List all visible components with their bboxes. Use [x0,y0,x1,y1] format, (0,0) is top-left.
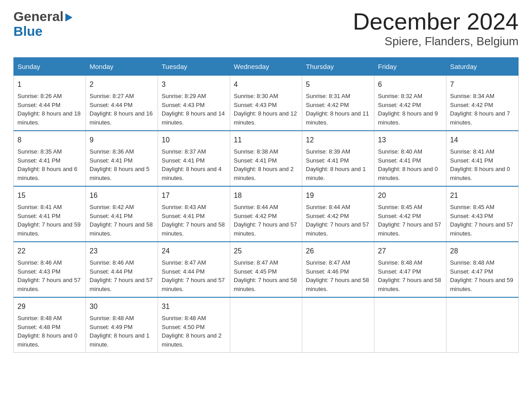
sunrise-text: Sunrise: 8:41 AM [17,204,62,210]
daylight-text: Daylight: 8 hours and 0 minutes. [378,166,438,181]
sunrise-text: Sunrise: 8:39 AM [306,148,350,155]
logo-blue: Blue [13,24,43,39]
sunset-text: Sunset: 4:48 PM [17,324,60,330]
table-row: 15Sunrise: 8:41 AMSunset: 4:41 PMDayligh… [14,186,86,242]
sunrise-text: Sunrise: 8:46 AM [17,259,62,266]
table-row [374,297,446,353]
sunset-text: Sunset: 4:43 PM [162,102,205,108]
table-row: 23Sunrise: 8:46 AMSunset: 4:44 PMDayligh… [86,242,158,297]
sunrise-text: Sunrise: 8:48 AM [378,259,422,266]
day-number: 3 [162,79,226,90]
sunrise-text: Sunrise: 8:46 AM [90,259,134,266]
day-number: 5 [306,79,370,90]
daylight-text: Daylight: 8 hours and 2 minutes. [162,332,222,348]
daylight-text: Daylight: 8 hours and 6 minutes. [17,166,77,181]
table-row: 27Sunrise: 8:48 AMSunset: 4:47 PMDayligh… [374,242,446,297]
table-row: 31Sunrise: 8:48 AMSunset: 4:50 PMDayligh… [158,297,230,353]
table-row: 6Sunrise: 8:32 AMSunset: 4:42 PMDaylight… [374,75,446,131]
sunset-text: Sunset: 4:41 PM [17,213,60,219]
sunset-text: Sunset: 4:42 PM [378,102,421,108]
daylight-text: Daylight: 7 hours and 57 minutes. [17,277,81,292]
sunrise-text: Sunrise: 8:31 AM [306,93,350,99]
sunrise-text: Sunrise: 8:40 AM [378,148,422,155]
sunset-text: Sunset: 4:49 PM [90,324,133,330]
day-number: 30 [90,301,154,312]
table-row: 7Sunrise: 8:34 AMSunset: 4:42 PMDaylight… [446,75,519,131]
sunset-text: Sunset: 4:42 PM [306,213,349,219]
sunset-text: Sunset: 4:47 PM [378,268,421,275]
table-row: 12Sunrise: 8:39 AMSunset: 4:41 PMDayligh… [302,131,374,186]
day-number: 18 [234,190,298,201]
daylight-text: Daylight: 8 hours and 0 minutes. [450,166,510,181]
logo-general: General [13,9,64,24]
daylight-text: Daylight: 7 hours and 59 minutes. [450,277,513,292]
sunset-text: Sunset: 4:41 PM [90,213,133,219]
day-number: 25 [234,246,298,257]
sunrise-text: Sunrise: 8:34 AM [450,93,494,99]
sunset-text: Sunset: 4:41 PM [306,157,349,164]
table-row: 14Sunrise: 8:41 AMSunset: 4:41 PMDayligh… [446,131,519,186]
daylight-text: Daylight: 7 hours and 58 minutes. [306,277,369,292]
daylight-text: Daylight: 7 hours and 58 minutes. [234,277,297,292]
logo: General Blue [13,9,73,39]
title-block: December 2024 Spiere, Flanders, Belgium [353,9,519,48]
sunrise-text: Sunrise: 8:30 AM [234,93,278,99]
table-row: 17Sunrise: 8:43 AMSunset: 4:41 PMDayligh… [158,186,230,242]
daylight-text: Daylight: 7 hours and 57 minutes. [378,221,441,237]
day-number: 29 [17,301,82,312]
table-row: 9Sunrise: 8:36 AMSunset: 4:41 PMDaylight… [86,131,158,186]
day-number: 15 [17,190,82,201]
day-number: 26 [306,246,370,257]
daylight-text: Daylight: 8 hours and 11 minutes. [306,110,369,126]
daylight-text: Daylight: 7 hours and 57 minutes. [162,277,225,292]
table-row: 30Sunrise: 8:48 AMSunset: 4:49 PMDayligh… [86,297,158,353]
daylight-text: Daylight: 8 hours and 1 minute. [90,332,150,348]
day-number: 17 [162,190,226,201]
calendar-week-row: 15Sunrise: 8:41 AMSunset: 4:41 PMDayligh… [14,186,519,242]
table-row: 19Sunrise: 8:44 AMSunset: 4:42 PMDayligh… [302,186,374,242]
sunrise-text: Sunrise: 8:44 AM [306,204,350,210]
header-sunday: Sunday [14,58,86,75]
sunrise-text: Sunrise: 8:29 AM [162,93,206,99]
day-number: 1 [17,79,82,90]
header-saturday: Saturday [446,58,519,75]
header-friday: Friday [374,58,446,75]
daylight-text: Daylight: 7 hours and 58 minutes. [162,221,225,237]
sunrise-text: Sunrise: 8:32 AM [378,93,422,99]
day-number: 10 [162,135,226,146]
daylight-text: Daylight: 7 hours and 58 minutes. [378,277,441,292]
sunset-text: Sunset: 4:41 PM [378,157,421,164]
table-row: 29Sunrise: 8:48 AMSunset: 4:48 PMDayligh… [14,297,86,353]
sunrise-text: Sunrise: 8:26 AM [17,93,62,99]
day-number: 6 [378,79,442,90]
day-number: 22 [17,246,82,257]
sunset-text: Sunset: 4:42 PM [450,102,493,108]
table-row [230,297,302,353]
calendar-table: Sunday Monday Tuesday Wednesday Thursday… [13,57,519,353]
sunrise-text: Sunrise: 8:37 AM [162,148,206,155]
day-number: 12 [306,135,370,146]
table-row: 11Sunrise: 8:38 AMSunset: 4:41 PMDayligh… [230,131,302,186]
table-row: 5Sunrise: 8:31 AMSunset: 4:42 PMDaylight… [302,75,374,131]
sunset-text: Sunset: 4:46 PM [306,268,349,275]
sunset-text: Sunset: 4:47 PM [450,268,493,275]
daylight-text: Daylight: 8 hours and 0 minutes. [17,332,77,348]
daylight-text: Daylight: 8 hours and 9 minutes. [378,110,438,126]
sunset-text: Sunset: 4:44 PM [162,268,205,275]
day-number: 14 [450,135,515,146]
daylight-text: Daylight: 8 hours and 5 minutes. [90,166,150,181]
table-row: 3Sunrise: 8:29 AMSunset: 4:43 PMDaylight… [158,75,230,131]
table-row: 16Sunrise: 8:42 AMSunset: 4:41 PMDayligh… [86,186,158,242]
sunset-text: Sunset: 4:41 PM [450,157,493,164]
sunrise-text: Sunrise: 8:45 AM [378,204,422,210]
calendar-week-row: 29Sunrise: 8:48 AMSunset: 4:48 PMDayligh… [14,297,519,353]
day-number: 16 [90,190,154,201]
table-row: 13Sunrise: 8:40 AMSunset: 4:41 PMDayligh… [374,131,446,186]
day-number: 11 [234,135,298,146]
sunrise-text: Sunrise: 8:48 AM [162,315,206,321]
calendar-title: December 2024 [353,9,519,34]
daylight-text: Daylight: 7 hours and 58 minutes. [90,221,153,237]
sunset-text: Sunset: 4:41 PM [234,157,277,164]
sunset-text: Sunset: 4:50 PM [162,324,205,330]
calendar-subtitle: Spiere, Flanders, Belgium [353,34,519,48]
